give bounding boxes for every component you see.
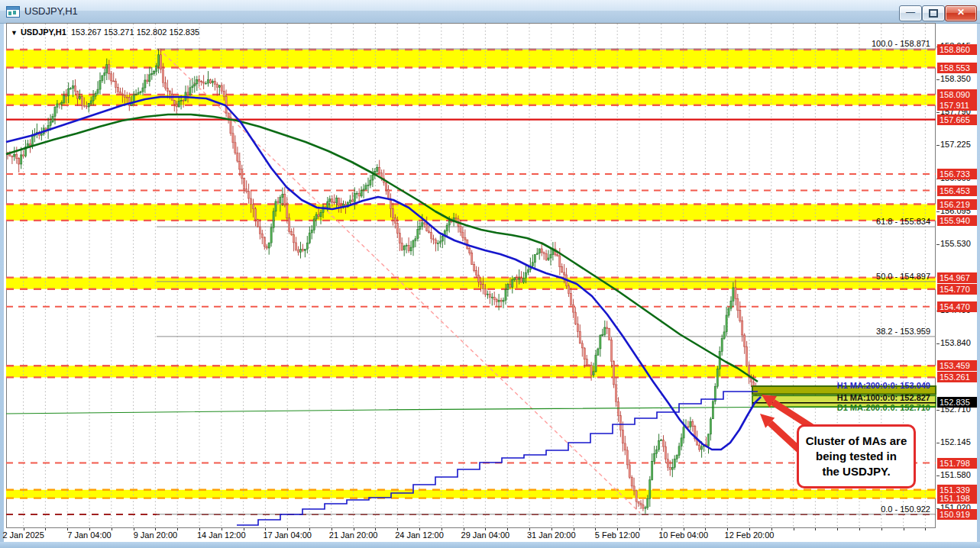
date-label: 29 Jan 04:00 — [461, 530, 510, 540]
date-label: 21 Jan 20:00 — [329, 530, 378, 540]
high-value: 153.271 — [104, 27, 134, 37]
fib-label-61-8: 61.8 - 155.834 — [876, 217, 930, 226]
date-tick-mark — [837, 528, 838, 530]
axis-tick-label: 153.840 — [940, 338, 971, 347]
price-alert-badge: 154.770 — [937, 284, 977, 295]
axis-tick-mark — [936, 475, 940, 476]
axis-tick-label: 151.580 — [940, 470, 971, 479]
date-label: 24 Jan 12:00 — [395, 530, 444, 540]
price-alert-badge: 151.198 — [937, 493, 977, 504]
date-label: 7 Jan 04:00 — [67, 530, 112, 540]
price-alert-badge: 157.911 — [937, 100, 977, 111]
axis-tick-mark — [936, 343, 940, 344]
axis-tick-mark — [936, 145, 940, 146]
axis-tick-mark — [936, 410, 940, 411]
annotation-line-3: the USDJPY. — [800, 464, 912, 479]
price-alert-badge: 154.967 — [937, 272, 977, 283]
mt4-window: USDJPY,H1 — ✕ ▼USDJPY,H1 153.267 153.271… — [0, 0, 980, 548]
annotation-callout[interactable]: Cluster of MAs are being tested in the U… — [797, 424, 916, 488]
low-value: 152.802 — [137, 27, 167, 37]
date-tick-mark — [815, 528, 816, 530]
date-label: 17 Jan 04:00 — [263, 530, 312, 540]
ma-label-h1-100: H1 MA:100:0:0: 152.827 — [837, 393, 930, 402]
axis-tick-label: 155.530 — [940, 239, 971, 248]
price-alert-badge: 150.919 — [937, 509, 977, 520]
annotation-line-2: being tested in — [800, 449, 912, 464]
date-label: 31 Jan 20:00 — [527, 530, 576, 540]
fib-label-100: 100.0 - 158.871 — [872, 39, 930, 48]
price-alert-badge: 151.798 — [937, 458, 977, 469]
axis-tick-mark — [936, 211, 940, 212]
date-tick-mark — [859, 528, 860, 530]
fib-label-50: 50.0 - 154.897 — [876, 272, 930, 281]
price-alert-badge: 153.261 — [937, 372, 977, 382]
price-alert-badge: 156.453 — [937, 185, 977, 196]
symbol-dropdown-icon[interactable]: ▼ — [11, 29, 18, 37]
date-tick-mark — [177, 528, 178, 530]
symbol-label: USDJPY,H1 — [21, 27, 66, 37]
fib-label-38-2: 38.2 - 153.959 — [876, 327, 930, 336]
axis-tick-mark — [936, 244, 940, 245]
date-tick-mark — [925, 528, 926, 530]
axis-tick-mark — [936, 79, 940, 80]
date-label: 2 Jan 2025 — [2, 530, 44, 540]
axis-tick-mark — [936, 112, 940, 113]
date-label: 12 Feb 20:00 — [725, 530, 775, 540]
date-tick-mark — [794, 528, 794, 530]
ma-label-d1-200: D1 MA:200:0:0: 152.710 — [837, 403, 930, 412]
date-tick-mark — [904, 528, 904, 530]
date-tick-mark — [112, 528, 112, 530]
price-alert-badge: 158.860 — [937, 44, 977, 55]
axis-tick-label: 152.145 — [940, 437, 971, 446]
axis-tick-label: 157.225 — [940, 140, 971, 149]
date-label: 14 Jan 12:00 — [197, 530, 246, 540]
close-value: 152.835 — [169, 27, 199, 37]
price-alert-badge: 157.665 — [937, 114, 977, 125]
price-alert-badge: 154.470 — [937, 301, 977, 312]
current-price-badge: 152.835 — [937, 397, 977, 408]
date-label: 10 Feb 04:00 — [658, 530, 708, 540]
fib-label-0: 0.0 - 150.922 — [881, 504, 930, 514]
price-alert-badge: 156.733 — [937, 169, 977, 179]
ohlc-readout: ▼USDJPY,H1 153.267 153.271 152.802 152.8… — [11, 27, 199, 37]
date-tick-mark — [881, 528, 882, 530]
date-label: 5 Feb 12:00 — [595, 530, 640, 540]
axis-tick-mark — [936, 443, 940, 443]
price-alert-badge: 158.090 — [937, 89, 977, 100]
price-alert-badge: 156.219 — [937, 199, 977, 210]
date-tick-mark — [45, 528, 46, 530]
window-bottom-frame — [0, 542, 980, 548]
open-value: 153.267 — [71, 27, 102, 37]
date-label: 9 Jan 20:00 — [134, 530, 178, 540]
axis-tick-label: 158.350 — [940, 74, 971, 83]
price-alert-badge: 153.459 — [937, 360, 977, 371]
price-alert-badge: 155.940 — [937, 215, 977, 226]
annotation-line-1: Cluster of MAs are — [800, 434, 912, 449]
ma-label-h1-200: H1 MA:200:0:0: 153.049 — [837, 381, 930, 390]
price-alert-badge: 158.553 — [937, 63, 977, 73]
